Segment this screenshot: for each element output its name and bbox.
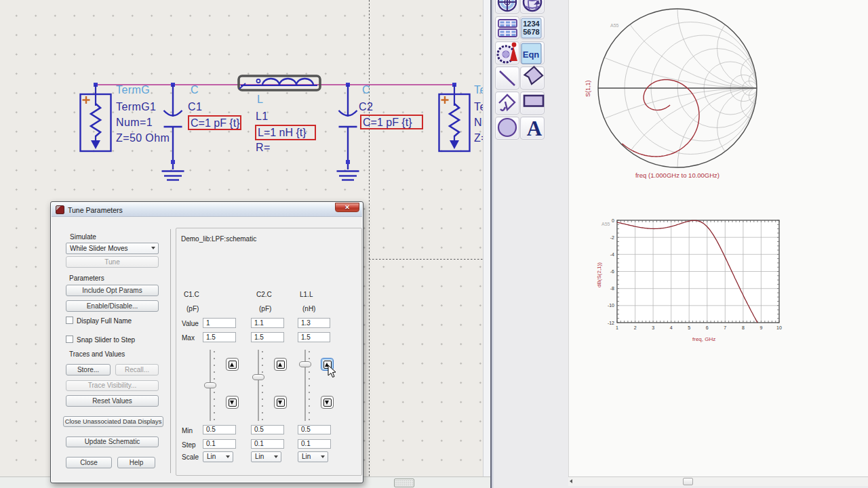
svg-text:5: 5 [688, 325, 690, 330]
svg-text:-10: -10 [608, 303, 614, 308]
svg-text:A55: A55 [610, 23, 619, 28]
svg-text:10: 10 [776, 325, 782, 330]
svg-text:5678: 5678 [523, 28, 539, 36]
svg-text:-2: -2 [610, 235, 614, 240]
svg-text:dB(S(2,1)): dB(S(2,1)) [596, 262, 602, 287]
svg-text:S(1,1): S(1,1) [585, 80, 591, 97]
svg-text:6: 6 [706, 325, 709, 330]
svg-text:-12: -12 [608, 321, 614, 325]
svg-text:-4: -4 [610, 252, 614, 257]
svg-text:A55: A55 [601, 222, 610, 226]
svg-text:freq, GHz: freq, GHz [692, 336, 715, 342]
svg-text:7: 7 [724, 325, 726, 330]
svg-text:4: 4 [670, 325, 673, 330]
svg-text:9: 9 [760, 325, 762, 330]
svg-text:0: 0 [612, 218, 614, 223]
svg-text:8: 8 [742, 325, 745, 330]
svg-text:Eqn: Eqn [523, 49, 540, 60]
svg-text:3: 3 [652, 325, 654, 330]
svg-text:freq (1.000GHz to 10.00GHz): freq (1.000GHz to 10.00GHz) [635, 171, 719, 179]
svg-text:A: A [527, 117, 542, 140]
svg-text:-6: -6 [610, 269, 614, 274]
svg-text:-8: -8 [610, 286, 614, 291]
svg-text:1: 1 [616, 325, 618, 330]
svg-text:2: 2 [634, 325, 637, 330]
svg-text:1234: 1234 [523, 20, 540, 28]
